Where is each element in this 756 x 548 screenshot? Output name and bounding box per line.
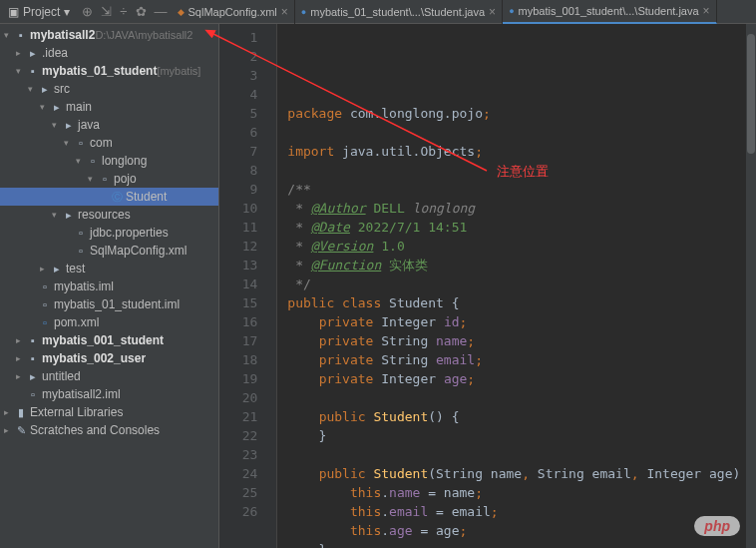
chevron-icon[interactable]: ▸ [40, 264, 50, 274]
expand-icon[interactable]: ⇲ [101, 4, 112, 19]
folder-icon: ▸ [62, 119, 76, 132]
editor-tab[interactable]: ●mybatis_01_student\...\Student.java× [295, 0, 503, 24]
project-sidebar[interactable]: ▾▪mybatisall2 D:\JAVA\mybatisall2▸▸.idea… [0, 24, 219, 548]
chevron-icon[interactable]: ▾ [88, 174, 98, 184]
tree-suffix: [mybatis] [157, 65, 200, 77]
vertical-scrollbar[interactable] [746, 24, 756, 548]
tree-item[interactable]: ▾▪mybatisall2 D:\JAVA\mybatisall2 [0, 26, 218, 44]
folder-icon: ▸ [26, 47, 40, 60]
tree-item[interactable]: ▫mybatis_01_student.iml [0, 295, 218, 313]
close-icon[interactable]: × [281, 5, 288, 19]
tree-item[interactable]: ▫jdbc.properties [0, 224, 218, 242]
chevron-icon[interactable]: ▸ [16, 48, 26, 58]
chevron-down-icon: ▾ [64, 5, 70, 19]
tree-label: External Libraries [30, 405, 123, 419]
chevron-icon[interactable]: ▸ [4, 407, 14, 417]
tree-item[interactable]: ▸▸test [0, 260, 218, 277]
code-line[interactable]: package com.longlong.pojo; [287, 104, 756, 123]
project-dropdown[interactable]: ▣ Project ▾ [0, 5, 78, 19]
fold-gutter[interactable] [265, 24, 277, 548]
close-icon[interactable]: × [489, 5, 496, 19]
code-line[interactable]: * @Date 2022/7/1 14:51 [287, 218, 756, 237]
code-area[interactable]: 注意位置 package com.longlong.pojo; import j… [277, 24, 756, 548]
code-editor[interactable]: 1234567891011121314151617181920212223242… [219, 24, 756, 548]
close-icon[interactable]: × [703, 4, 710, 18]
code-line[interactable]: */ [287, 274, 756, 293]
line-number: 17 [219, 331, 257, 350]
tree-item[interactable]: ▸▸.idea [0, 44, 218, 62]
scrollbar-thumb[interactable] [747, 34, 755, 154]
code-line[interactable]: private Integer age; [287, 369, 756, 388]
tree-item[interactable]: ▸✎Scratches and Consoles [0, 421, 218, 439]
editor-tab[interactable]: ●mybatis_001_student\...\Student.java× [503, 0, 716, 24]
code-line[interactable]: * @Function 实体类 [287, 256, 756, 274]
code-line[interactable]: } [287, 426, 756, 445]
code-line[interactable]: } [287, 540, 756, 548]
tree-item[interactable]: ▸▪mybatis_001_student [0, 331, 218, 349]
scratch-icon: ✎ [14, 424, 28, 437]
main-area: ▾▪mybatisall2 D:\JAVA\mybatisall2▸▸.idea… [0, 24, 756, 548]
tree-label: mybatis_01_student [42, 64, 157, 78]
chevron-icon[interactable]: ▸ [4, 425, 14, 435]
tree-item[interactable]: ⒸStudent [0, 188, 218, 206]
code-line[interactable]: this.name = name; [287, 483, 756, 502]
tree-item[interactable]: ▾▫pojo [0, 170, 218, 188]
code-line[interactable]: public Student() { [287, 407, 756, 426]
lib-icon: ▮ [14, 406, 28, 419]
chevron-icon[interactable]: ▾ [76, 156, 86, 166]
tree-item[interactable]: ▾▪mybatis_01_student [mybatis] [0, 62, 218, 80]
select-opened-icon[interactable]: ⊕ [82, 4, 93, 19]
collapse-icon[interactable]: ÷ [120, 4, 127, 19]
code-line[interactable]: private String email; [287, 350, 756, 369]
code-line[interactable]: public Student(String name, String email… [287, 464, 756, 483]
xml-file-icon: ◆ [178, 7, 185, 17]
tree-item[interactable]: ▾▸main [0, 98, 218, 116]
tree-item[interactable]: ▾▫longlong [0, 152, 218, 170]
code-line[interactable]: /** [287, 180, 756, 199]
code-line[interactable]: private Integer id; [287, 312, 756, 331]
chevron-icon[interactable]: ▸ [16, 371, 26, 381]
tree-item[interactable]: ▾▫com [0, 134, 218, 152]
tree-item[interactable]: ▾▸resources [0, 206, 218, 224]
code-line[interactable]: * @Author DELL longlong [287, 199, 756, 218]
hide-icon[interactable]: — [155, 4, 168, 19]
code-line[interactable]: private String name; [287, 331, 756, 350]
tree-suffix: D:\JAVA\mybatisall2 [95, 29, 192, 41]
tree-item[interactable]: ▸▮External Libraries [0, 403, 218, 421]
chevron-icon[interactable]: ▸ [16, 335, 26, 345]
tree-item[interactable]: ▾▸java [0, 116, 218, 134]
code-line[interactable]: public class Student { [287, 293, 756, 312]
chevron-icon[interactable]: ▾ [64, 138, 74, 148]
editor-tab[interactable]: ◆SqlMapConfig.xml× [172, 0, 295, 24]
tree-label: pom.xml [54, 315, 99, 329]
line-number: 21 [219, 407, 257, 426]
chevron-icon[interactable]: ▾ [52, 210, 62, 220]
code-line[interactable]: this.age = age; [287, 521, 756, 540]
file-icon: ▫ [74, 227, 88, 239]
code-line[interactable]: * @Version 1.0 [287, 237, 756, 256]
java-file-icon: ● [509, 6, 514, 16]
tree-item[interactable]: ▸▸untitled [0, 367, 218, 385]
tree-item[interactable]: ▫SqlMapConfig.xml [0, 242, 218, 260]
chevron-icon[interactable]: ▾ [4, 30, 14, 40]
code-line[interactable] [287, 123, 756, 142]
settings-icon[interactable]: ✿ [136, 4, 147, 19]
line-number: 5 [219, 104, 257, 123]
code-line[interactable]: import java.util.Objects; [287, 142, 756, 161]
tree-item[interactable]: ▫mybatisall2.iml [0, 385, 218, 403]
chevron-icon[interactable]: ▸ [16, 353, 26, 363]
line-number: 24 [219, 464, 257, 483]
code-line[interactable] [287, 388, 756, 407]
tree-item[interactable]: ▾▸src [0, 80, 218, 98]
tree-item[interactable]: ▸▪mybatis_002_user [0, 349, 218, 367]
chevron-icon[interactable]: ▾ [28, 84, 38, 94]
chevron-icon[interactable]: ▾ [16, 66, 26, 76]
line-number: 16 [219, 312, 257, 331]
code-line[interactable]: this.email = email; [287, 502, 756, 521]
top-toolbar: ▣ Project ▾ ⊕ ⇲ ÷ ✿ — ◆SqlMapConfig.xml×… [0, 0, 756, 24]
tree-item[interactable]: ▫pom.xml [0, 313, 218, 331]
chevron-icon[interactable]: ▾ [52, 120, 62, 130]
tree-item[interactable]: ▫mybatis.iml [0, 277, 218, 295]
chevron-icon[interactable]: ▾ [40, 102, 50, 112]
code-line[interactable] [287, 445, 756, 464]
